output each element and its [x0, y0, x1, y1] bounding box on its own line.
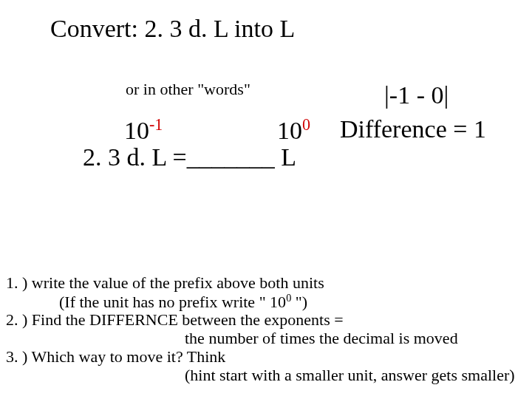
- difference-label: Difference = 1: [340, 115, 486, 143]
- slide-title: Convert: 2. 3 d. L into L: [50, 15, 295, 43]
- prefix-right: 100: [277, 115, 310, 145]
- instruction-1b: (If the unit has no prefix write " 100 "…: [59, 292, 307, 312]
- instruction-1b-pre: (If the unit has no prefix write " 10: [59, 293, 286, 311]
- ten-left: 10: [124, 117, 149, 144]
- instruction-2: 2. ) Find the DIFFERNCE between the expo…: [6, 310, 344, 329]
- prefix-left: 10-1: [124, 115, 163, 145]
- subtitle: or in other "words": [126, 80, 250, 99]
- equation-line: 2. 3 d. L =_______ L: [83, 143, 296, 171]
- abs-inner: -1 - 0: [389, 81, 444, 109]
- abs-bar-open: |: [384, 81, 389, 109]
- instruction-1b-post: "): [291, 293, 307, 311]
- abs-bar-close: |: [443, 81, 449, 109]
- instruction-3b: (hint start with a smaller unit, answer …: [185, 366, 515, 384]
- abs-expr: |-1 - 0|: [384, 81, 449, 109]
- exp-right: 0: [302, 115, 310, 134]
- exp-left: -1: [149, 115, 163, 134]
- instruction-3: 3. ) Which way to move it? Think: [6, 347, 225, 366]
- instruction-1: 1. ) write the value of the prefix above…: [6, 273, 324, 292]
- ten-right: 10: [277, 117, 302, 144]
- instruction-2b: the number of times the decimal is moved: [185, 329, 458, 347]
